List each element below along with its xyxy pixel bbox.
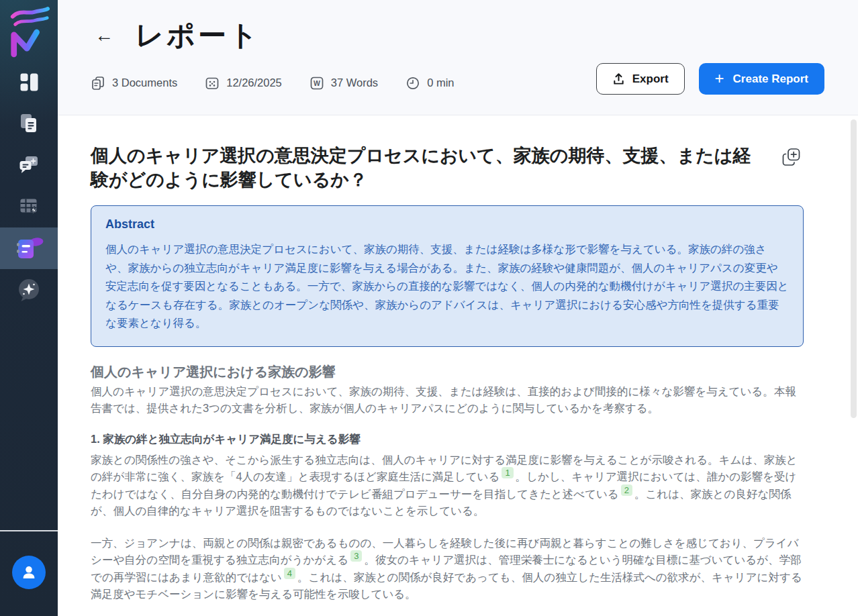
words-icon: W	[309, 76, 324, 91]
app-logo[interactable]	[0, 0, 58, 61]
create-report-label: Create Report	[733, 72, 808, 86]
app-logo-icon	[8, 5, 50, 58]
back-button[interactable]: ←	[91, 23, 117, 48]
abstract-body: 個人のキャリア選択の意思決定プロセスにおいて、家族の期待、支援、または経験は多様…	[105, 240, 789, 333]
create-report-button[interactable]: + Create Report	[699, 63, 824, 95]
user-avatar-icon	[19, 562, 39, 582]
copy-question-button[interactable]	[782, 148, 800, 169]
main-area: ← レポート 3 Documents	[58, 0, 858, 616]
citation-badge[interactable]: 1	[502, 467, 513, 478]
stat-label: 37 Words	[331, 76, 378, 89]
stat-words: W 37 Words	[309, 76, 378, 91]
header-buttons: Export + Create Report	[596, 63, 824, 95]
report-sections: 1. 家族の絆と独立志向がキャリア満足度に与える影響家族との関係性の強さや、そこ…	[91, 432, 824, 616]
sidebar-item-documents[interactable]	[0, 103, 58, 144]
data-table-icon	[20, 199, 38, 215]
report-notebook-icon	[14, 236, 44, 260]
stat-label: 12/26/2025	[226, 76, 282, 89]
copy-plus-icon	[782, 148, 800, 166]
report-stats: 3 Documents 12/26/2025 W	[91, 76, 454, 91]
export-button[interactable]: Export	[596, 63, 685, 95]
page-title: レポート	[135, 17, 260, 54]
paragraph: 一方、ジョアンナは、両親との関係は親密であるものの、一人暮らしを経験した後に再び…	[91, 535, 804, 603]
citation-badge[interactable]: 3	[350, 550, 362, 562]
sidebar-item-dashboard[interactable]	[0, 61, 58, 103]
sidebar-nav	[0, 61, 58, 311]
report-question: 個人のキャリア選択の意思決定プロセスにおいて、家族の期待、支援、または経験がどの…	[91, 144, 765, 192]
sidebar	[0, 0, 58, 616]
meta-row: 3 Documents 12/26/2025 W	[91, 63, 824, 95]
sidebar-item-assistant[interactable]	[0, 269, 58, 311]
report-header: ← レポート 3 Documents	[58, 0, 858, 115]
stat-documents: 3 Documents	[91, 76, 177, 91]
sidebar-item-reports[interactable]	[0, 227, 58, 269]
sidebar-footer	[0, 531, 58, 616]
export-label: Export	[632, 72, 669, 86]
report-intro: 個人のキャリア選択の意思決定プロセスにおいて、家族の期待、支援、または経験は、直…	[91, 383, 804, 417]
calendar-icon	[205, 76, 220, 91]
abstract-box: Abstract 個人のキャリア選択の意思決定プロセスにおいて、家族の期待、支援…	[91, 205, 804, 347]
stat-label: 3 Documents	[112, 76, 177, 89]
paragraph: 家族との関係性の強さや、そこから派生する独立志向は、個人のキャリアに対する満足度…	[91, 452, 804, 520]
sidebar-item-data-table[interactable]	[0, 186, 58, 227]
stat-label: 0 min	[427, 76, 454, 89]
documents-count-icon	[91, 76, 105, 91]
report-content: 個人のキャリア選択の意思決定プロセスにおいて、家族の期待、支援、または経験がどの…	[58, 115, 858, 616]
svg-text:W: W	[314, 79, 320, 87]
chat-icon	[19, 156, 38, 174]
plus-icon: +	[715, 70, 724, 87]
section-heading: 1. 家族の絆と独立志向がキャリア満足度に与える影響	[91, 432, 824, 447]
question-row: 個人のキャリア選択の意思決定プロセスにおいて、家族の期待、支援、または経験がどの…	[91, 144, 824, 192]
title-row: ← レポート	[91, 0, 824, 54]
user-avatar[interactable]	[12, 556, 46, 589]
dashboard-icon	[20, 73, 38, 91]
ai-assistant-icon	[17, 278, 40, 302]
abstract-title: Abstract	[105, 217, 789, 232]
report-section-title: 個人のキャリア選択における家族の影響	[91, 363, 824, 381]
citation-badge[interactable]: 2	[621, 484, 632, 496]
citation-badge[interactable]: 4	[284, 568, 295, 579]
stat-date: 12/26/2025	[205, 76, 282, 91]
documents-icon	[20, 114, 38, 133]
sidebar-item-chat[interactable]	[0, 144, 58, 186]
scrollbar-thumb[interactable]	[851, 119, 857, 418]
stat-time: 0 min	[406, 76, 454, 91]
clock-icon	[406, 76, 420, 91]
export-upload-icon	[612, 72, 625, 85]
